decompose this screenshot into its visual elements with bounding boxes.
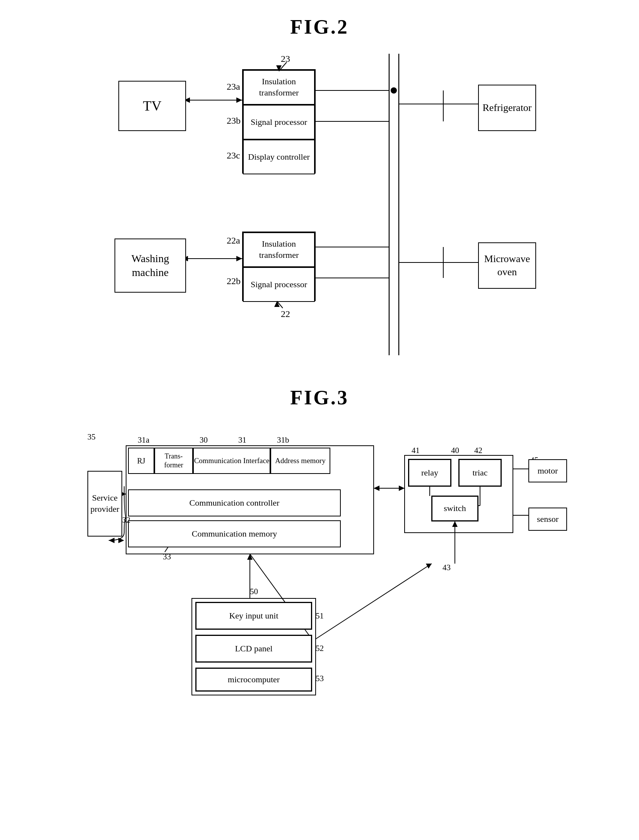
comm-controller-box: Communication controller: [128, 489, 341, 516]
label-23: 23: [281, 54, 290, 64]
triac-box: triac: [459, 459, 501, 486]
label-41: 41: [412, 446, 420, 455]
signal-processor-2: Signal processor: [243, 267, 315, 302]
svg-marker-14: [236, 256, 242, 261]
comm-interface-box: Communication Interface: [193, 448, 270, 474]
unit-box-22: Insulation transformer Signal processor: [242, 232, 316, 301]
lcd-panel-box: LCD panel: [196, 635, 312, 662]
label-23b: 23b: [227, 116, 241, 126]
rj-box: RJ: [128, 448, 154, 474]
label-31a: 31a: [138, 435, 149, 445]
service-provider-box: Service provider: [87, 471, 122, 537]
insulation-transformer-1: Insulation transformer: [243, 70, 315, 105]
label-35: 35: [87, 432, 96, 442]
label-30: 30: [200, 435, 208, 445]
microcomputer-box: microcomputer: [196, 668, 312, 691]
fig3-container: 35 Service provider 31a 30 31 31b RJ Tra…: [87, 424, 552, 718]
display-controller: Display controller: [243, 140, 315, 174]
label-53: 53: [316, 674, 324, 683]
label-31b: 31b: [277, 435, 289, 445]
label-32: 32: [122, 515, 130, 525]
refrigerator-box: Refrigerator: [478, 85, 536, 131]
label-43: 43: [443, 563, 451, 572]
transformer-box: Trans- former: [154, 448, 193, 474]
svg-marker-6: [236, 97, 242, 103]
washing-machine-box: Washing machine: [114, 239, 186, 293]
comm-memory-box: Communication memory: [128, 520, 341, 547]
svg-marker-51: [118, 538, 124, 543]
label-50: 50: [250, 587, 258, 596]
figure-3-title: FIG.3: [23, 386, 616, 409]
svg-marker-29: [374, 486, 379, 491]
address-memory-box: Address memory: [270, 448, 330, 474]
fig2-container: 23 23a 23b 23c TV Insulation transformer…: [107, 54, 532, 355]
label-42: 42: [474, 446, 482, 455]
sensor-box: sensor: [528, 508, 567, 531]
key-input-box: Key input unit: [196, 602, 312, 629]
label-51: 51: [316, 611, 324, 621]
svg-marker-28: [399, 486, 405, 491]
figure-2-title: FIG.2: [23, 15, 616, 38]
tv-box: TV: [118, 81, 186, 131]
signal-processor-1: Signal processor: [243, 105, 315, 140]
label-23c: 23c: [227, 150, 240, 161]
unit-box-23: Insulation transformer Signal processor …: [242, 69, 316, 174]
svg-marker-48: [426, 564, 432, 569]
label-22a: 22a: [227, 235, 240, 246]
relay-box: relay: [408, 459, 451, 486]
switch-box: switch: [432, 496, 478, 521]
label-22b: 22b: [227, 276, 241, 286]
label-33: 33: [163, 552, 171, 562]
label-52: 52: [316, 644, 324, 653]
svg-marker-38: [452, 521, 458, 527]
svg-marker-50: [109, 538, 114, 543]
microwave-oven-box: Microwave oven: [478, 242, 536, 289]
label-40: 40: [451, 446, 459, 455]
label-23a: 23a: [227, 82, 240, 92]
label-31: 31: [238, 435, 246, 445]
svg-line-47: [316, 564, 432, 639]
insulation-transformer-2: Insulation transformer: [243, 232, 315, 267]
label-22: 22: [281, 309, 290, 319]
svg-point-18: [391, 87, 397, 94]
motor-box: motor: [528, 459, 567, 482]
